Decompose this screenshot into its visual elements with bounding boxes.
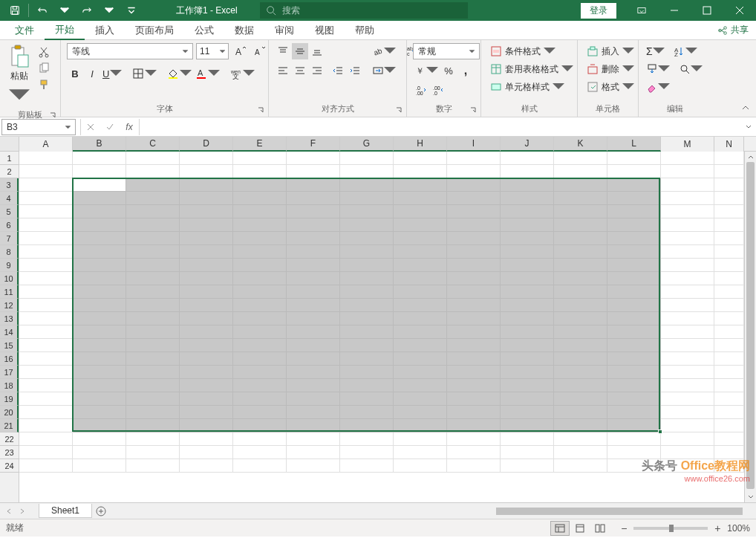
align-left-button[interactable] — [275, 62, 291, 79]
cell[interactable] — [126, 245, 180, 259]
column-header[interactable]: L — [607, 137, 661, 152]
cell[interactable] — [661, 339, 714, 352]
cell[interactable] — [447, 459, 501, 473]
cell[interactable] — [447, 178, 501, 192]
cell[interactable] — [714, 379, 744, 392]
cell[interactable] — [126, 406, 180, 419]
cell[interactable] — [233, 285, 287, 299]
cell[interactable] — [554, 299, 607, 312]
cell[interactable] — [180, 379, 233, 392]
cell[interactable] — [714, 205, 744, 218]
cell[interactable] — [394, 165, 447, 178]
row-header[interactable]: 20 — [0, 406, 19, 419]
cell[interactable] — [394, 178, 447, 192]
vertical-scroll-thumb[interactable] — [746, 162, 755, 489]
cell[interactable] — [501, 178, 554, 192]
cell[interactable] — [394, 245, 447, 259]
cell[interactable] — [447, 312, 501, 325]
cell[interactable] — [661, 165, 714, 178]
cell[interactable] — [714, 406, 744, 419]
cell[interactable] — [340, 432, 394, 446]
cell[interactable] — [394, 232, 447, 245]
cell[interactable] — [661, 272, 714, 285]
cell[interactable] — [287, 152, 340, 165]
cell[interactable] — [447, 259, 501, 272]
cell[interactable] — [447, 419, 501, 432]
cell[interactable] — [501, 165, 554, 178]
cell[interactable] — [554, 232, 607, 245]
cell[interactable] — [19, 339, 73, 352]
cell[interactable] — [233, 205, 287, 218]
cell[interactable] — [180, 446, 233, 459]
clipboard-launcher[interactable] — [48, 111, 57, 120]
cell[interactable] — [180, 259, 233, 272]
cell[interactable] — [19, 178, 73, 192]
cell[interactable] — [73, 178, 126, 192]
cell[interactable] — [394, 459, 447, 473]
cell[interactable] — [661, 312, 714, 325]
cell[interactable] — [73, 232, 126, 245]
cell[interactable] — [19, 299, 73, 312]
cell[interactable] — [661, 446, 714, 459]
zoom-slider[interactable] — [633, 527, 708, 530]
tab-insert[interactable]: 插入 — [85, 21, 125, 40]
cell[interactable] — [126, 339, 180, 352]
cell[interactable] — [73, 406, 126, 419]
cell[interactable] — [607, 232, 661, 245]
horizontal-scroll-thumb[interactable] — [496, 508, 743, 515]
row-header[interactable]: 15 — [0, 339, 19, 352]
cell[interactable] — [554, 178, 607, 192]
cell[interactable] — [73, 285, 126, 299]
cell[interactable] — [447, 352, 501, 366]
accounting-format-button[interactable]: ￥ — [413, 62, 440, 79]
tab-view[interactable]: 视图 — [304, 21, 345, 40]
cell[interactable] — [340, 232, 394, 245]
cell[interactable] — [501, 352, 554, 366]
cell[interactable] — [714, 165, 744, 178]
cell[interactable] — [180, 218, 233, 232]
row-header[interactable]: 16 — [0, 352, 19, 366]
search-box[interactable]: 搜索 — [260, 2, 468, 19]
number-launcher[interactable] — [469, 106, 478, 115]
cell[interactable] — [554, 379, 607, 392]
cell[interactable] — [554, 285, 607, 299]
save-button[interactable] — [4, 1, 25, 19]
row-header[interactable]: 19 — [0, 392, 19, 406]
cell[interactable] — [554, 312, 607, 325]
cell[interactable] — [180, 325, 233, 339]
column-header[interactable]: K — [554, 137, 607, 152]
row-header[interactable]: 1 — [0, 152, 19, 165]
cell[interactable] — [714, 352, 744, 366]
cell[interactable] — [501, 432, 554, 446]
sheet-tab-active[interactable]: Sheet1 — [39, 504, 92, 518]
cell[interactable] — [233, 406, 287, 419]
cell[interactable] — [501, 419, 554, 432]
cell[interactable] — [661, 379, 714, 392]
cell[interactable] — [714, 419, 744, 432]
column-header[interactable]: D — [180, 137, 233, 152]
cell[interactable] — [233, 366, 287, 379]
undo-button[interactable] — [32, 1, 53, 19]
cell[interactable] — [73, 259, 126, 272]
tab-page-layout[interactable]: 页面布局 — [125, 21, 184, 40]
cell[interactable] — [19, 446, 73, 459]
cell[interactable] — [233, 325, 287, 339]
cell[interactable] — [607, 152, 661, 165]
cell[interactable] — [501, 299, 554, 312]
cells-area[interactable] — [19, 152, 744, 502]
cell[interactable] — [73, 192, 126, 205]
cell[interactable] — [233, 178, 287, 192]
increase-indent-button[interactable] — [347, 62, 363, 79]
font-color-button[interactable]: A — [194, 65, 221, 82]
cell[interactable] — [447, 272, 501, 285]
cell[interactable] — [607, 366, 661, 379]
cell[interactable] — [661, 419, 714, 432]
cell[interactable] — [340, 325, 394, 339]
cell[interactable] — [501, 272, 554, 285]
find-select-button[interactable] — [677, 61, 704, 77]
cell[interactable] — [180, 366, 233, 379]
cell[interactable] — [501, 366, 554, 379]
cell[interactable] — [73, 446, 126, 459]
cell[interactable] — [554, 272, 607, 285]
cell[interactable] — [340, 446, 394, 459]
